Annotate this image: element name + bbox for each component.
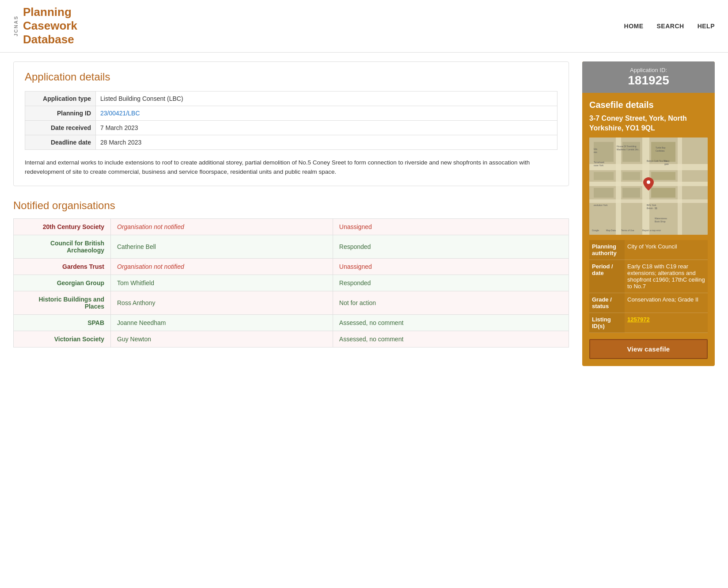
svg-rect-4 [616,137,621,235]
org-contact: Organisation not notified [111,258,333,275]
left-panel: Application details Application type Lis… [13,61,569,367]
info-value: Conservation Area; Grade II [625,293,708,313]
table-row: Application type Listed Building Consent… [25,91,557,106]
organisations-table: 20th Century Society Organisation not no… [13,218,569,347]
field-label: Planning ID [25,106,96,120]
table-row: SPAB Joanne Needham Assessed, no comment [14,314,569,331]
svg-text:ess: ess [594,151,597,153]
table-row: Historic Buildings and Places Ross Antho… [14,291,569,314]
svg-rect-14 [622,188,640,198]
casefile-details-title: Casefile details [589,100,708,110]
org-contact: Tom Whitfield [111,275,333,291]
svg-text:ouse York: ouse York [594,164,603,167]
casefile-panel: Application ID: 181925 Casefile details … [582,61,715,367]
application-details-title: Application details [25,71,557,83]
nav-help[interactable]: HELP [698,23,715,30]
application-id-number: 181925 [588,73,709,88]
nav-home[interactable]: HOME [624,23,644,30]
field-label: Deadline date [25,135,96,149]
org-status: Assessed, no comment [333,314,569,331]
org-name: SPAB [14,314,111,331]
svg-text:evolution York: evolution York [594,204,608,206]
org-status: Unassigned [333,218,569,235]
org-contact: Joanne Needham [111,314,333,331]
svg-text:Madness / Lendal (No...: Madness / Lendal (No... [617,148,640,151]
logo-vertical-text: JCNAS [13,15,19,36]
table-row: Victorian Society Guy Newton Assessed, n… [14,331,569,347]
info-value: 1257972 [625,313,708,333]
svg-rect-10 [594,172,614,180]
map-svg: House Of Trembling Madness / Lendal (No.… [589,137,708,235]
org-name: Gardens Trust [14,258,111,275]
map-placeholder: House Of Trembling Madness / Lendal (No.… [589,137,708,235]
svg-text:Book Shop: Book Shop [655,220,666,223]
field-label: Date received [25,120,96,135]
svg-text:British · $$: British · $$ [647,207,657,210]
table-row: Planning authority City of York Council [589,240,708,260]
table-row: Date received 7 March 2023 [25,120,557,135]
org-name: Georgian Group [14,275,111,291]
table-row: Gardens Trust Organisation not notified … [14,258,569,275]
planning-id-link[interactable]: 23/00421/LBC [100,110,140,117]
svg-text:Bill's York: Bill's York [647,204,656,206]
table-row: Period / date Early C18 with C19 rear ex… [589,260,708,293]
notified-organisations-title: Notified organisations [13,199,569,212]
casefile-body: Casefile details 3-7 Coney Street, York,… [582,93,715,367]
field-value: Listed Building Consent (LBC) [96,91,557,106]
svg-text:lola: lola [594,148,597,150]
svg-text:Davy: Davy [664,160,670,162]
svg-rect-11 [622,172,640,180]
info-label: Period / date [589,260,625,293]
table-row: Planning ID 23/00421/LBC [25,106,557,120]
table-row: Georgian Group Tom Whitfield Responded [14,275,569,291]
info-label: Planning authority [589,240,625,260]
map-grid: House Of Trembling Madness / Lendal (No.… [589,137,708,235]
notified-organisations-section: Notified organisations 20th Century Soci… [13,199,569,347]
svg-text:Waterstones: Waterstones [655,217,667,220]
info-value: Early C18 with C19 rear extensions; alte… [625,260,708,293]
application-description: Internal and external works to include e… [25,158,557,177]
view-casefile-button[interactable]: View casefile [589,339,708,359]
info-label: Grade / status [589,293,625,313]
svg-text:Tomahawk: Tomahawk [594,161,604,164]
org-name: Historic Buildings and Places [14,291,111,314]
org-status: Unassigned [333,258,569,275]
svg-text:Caribbea: Caribbea [656,149,665,152]
svg-text:Turtle Bay: Turtle Bay [656,146,666,149]
header: JCNAS Planning Casework Database HOME SE… [0,0,728,53]
listing-id-link[interactable]: 1257972 [627,316,650,323]
org-name: Council for British Archaeology [14,235,111,258]
svg-rect-6 [678,137,682,235]
application-details-card: Application details Application type Lis… [13,61,569,186]
nav-search[interactable]: SEARCH [657,23,684,30]
field-value: 28 March 2023 [96,135,557,149]
application-details-table: Application type Listed Building Consent… [25,91,557,150]
svg-text:Terms of Use: Terms of Use [621,229,634,232]
svg-rect-15 [651,188,675,198]
svg-point-17 [647,180,650,184]
info-value: City of York Council [625,240,708,260]
right-panel: Application ID: 181925 Casefile details … [582,61,715,367]
svg-rect-12 [651,172,675,180]
info-label: Listing ID(s) [589,313,625,333]
casefile-info-table: Planning authority City of York Council … [589,240,708,333]
org-status: Not for action [333,291,569,314]
org-contact: Ross Anthony [111,291,333,314]
table-row: Grade / status Conservation Area; Grade … [589,293,708,313]
field-value: 7 March 2023 [96,120,557,135]
table-row: Listing ID(s) 1257972 [589,313,708,333]
main-nav: HOME SEARCH HELP [624,23,715,30]
main-container: Application details Application type Lis… [0,53,728,375]
field-label: Application type [25,91,96,106]
application-id-header: Application ID: 181925 [582,61,715,93]
svg-text:gate: gate [664,163,669,165]
field-value: 23/00421/LBC [96,106,557,120]
org-name: Victorian Society [14,331,111,347]
table-row: Deadline date 28 March 2023 [25,135,557,149]
svg-text:Report a map error: Report a map error [642,229,661,232]
org-status: Responded [333,275,569,291]
svg-rect-13 [594,188,614,198]
org-contact: Guy Newton [111,331,333,347]
svg-text:Map Data: Map Data [606,229,616,232]
svg-text:House Of Trembling: House Of Trembling [617,145,637,148]
